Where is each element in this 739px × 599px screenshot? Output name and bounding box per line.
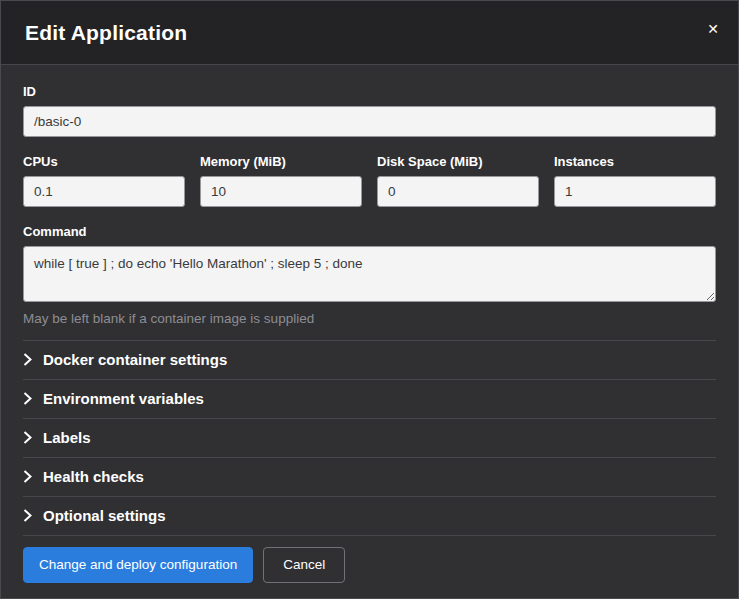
modal-body: ID CPUs Memory (MiB) Disk Space (MiB) In…: [1, 65, 738, 534]
instances-label: Instances: [554, 154, 716, 169]
disk-label: Disk Space (MiB): [377, 154, 539, 169]
section-label: Docker container settings: [43, 351, 227, 368]
chevron-right-icon: [23, 392, 32, 405]
disk-field-group: Disk Space (MiB): [377, 154, 539, 207]
id-input[interactable]: [23, 106, 716, 137]
cpus-field-group: CPUs: [23, 154, 185, 207]
cpus-label: CPUs: [23, 154, 185, 169]
command-label: Command: [23, 224, 716, 239]
chevron-right-icon: [23, 509, 32, 522]
section-health-checks[interactable]: Health checks: [23, 458, 716, 497]
disk-input[interactable]: [377, 176, 539, 207]
id-field-group: ID: [23, 84, 716, 137]
command-help-text: May be left blank if a container image i…: [23, 311, 716, 326]
command-field-group: Command while [ true ] ; do echo 'Hello …: [23, 224, 716, 326]
close-icon[interactable]: ✕: [703, 18, 723, 40]
instances-field-group: Instances: [554, 154, 716, 207]
chevron-right-icon: [23, 353, 32, 366]
section-environment-variables[interactable]: Environment variables: [23, 380, 716, 419]
cpus-input[interactable]: [23, 176, 185, 207]
section-label: Environment variables: [43, 390, 204, 407]
section-label: Labels: [43, 429, 91, 446]
section-label: Health checks: [43, 468, 144, 485]
section-label: Optional settings: [43, 507, 166, 524]
modal-footer: Change and deploy configuration Cancel: [1, 534, 738, 598]
section-docker-container-settings[interactable]: Docker container settings: [23, 341, 716, 380]
change-and-deploy-button[interactable]: Change and deploy configuration: [23, 547, 253, 583]
section-optional-settings[interactable]: Optional settings: [23, 497, 716, 536]
chevron-right-icon: [23, 470, 32, 483]
id-label: ID: [23, 84, 716, 99]
chevron-right-icon: [23, 431, 32, 444]
memory-field-group: Memory (MiB): [200, 154, 362, 207]
section-labels[interactable]: Labels: [23, 419, 716, 458]
resources-row: CPUs Memory (MiB) Disk Space (MiB) Insta…: [23, 154, 716, 207]
modal-header: Edit Application ✕: [1, 1, 738, 65]
instances-input[interactable]: [554, 176, 716, 207]
edit-application-modal: Edit Application ✕ ID CPUs Memory (MiB) …: [0, 0, 739, 599]
command-textarea[interactable]: while [ true ] ; do echo 'Hello Marathon…: [23, 246, 716, 302]
cancel-button[interactable]: Cancel: [263, 547, 345, 583]
memory-input[interactable]: [200, 176, 362, 207]
memory-label: Memory (MiB): [200, 154, 362, 169]
modal-title: Edit Application: [25, 19, 714, 47]
